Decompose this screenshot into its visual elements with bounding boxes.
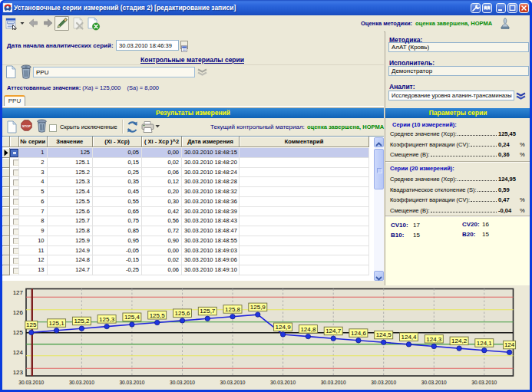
svg-text:30.03.2010: 30.03.2010 [170, 380, 195, 385]
svg-text:124,6: 124,6 [351, 330, 367, 337]
svg-text:124,1: 124,1 [477, 340, 493, 347]
svg-text:125,9: 125,9 [250, 304, 266, 311]
svg-text:30.03.2010: 30.03.2010 [270, 380, 296, 385]
svg-text:30.03.2010: 30.03.2010 [220, 380, 245, 385]
svg-text:124,9: 124,9 [276, 324, 292, 331]
svg-text:30.03.2010: 30.03.2010 [18, 380, 44, 385]
svg-text:125,8: 125,8 [225, 306, 241, 313]
svg-text:123: 123 [13, 369, 24, 376]
svg-text:30.03.2010: 30.03.2010 [471, 380, 497, 385]
svg-text:124,8: 124,8 [300, 326, 316, 333]
svg-text:126: 126 [13, 309, 24, 316]
svg-text:125,7: 125,7 [200, 308, 216, 315]
svg-text:30.03.2010: 30.03.2010 [321, 380, 346, 385]
svg-text:125,4: 125,4 [124, 314, 140, 321]
svg-text:125,5: 125,5 [150, 312, 166, 319]
svg-text:127: 127 [13, 289, 24, 296]
svg-text:125: 125 [13, 329, 24, 336]
svg-text:125,6: 125,6 [174, 310, 190, 317]
svg-text:30.03.2010: 30.03.2010 [371, 380, 396, 385]
svg-text:124: 124 [504, 341, 515, 348]
svg-text:30.03.2010: 30.03.2010 [421, 380, 447, 385]
svg-text:124: 124 [13, 349, 24, 356]
svg-text:125: 125 [26, 321, 37, 328]
svg-text:STOP: STOP [22, 124, 31, 128]
svg-text:124,3: 124,3 [426, 336, 442, 343]
svg-text:124,7: 124,7 [325, 328, 342, 334]
svg-text:124,4: 124,4 [401, 334, 417, 341]
svg-text:30.03.2010: 30.03.2010 [119, 380, 144, 385]
svg-text:125,1: 125,1 [49, 320, 65, 327]
svg-text:124,5: 124,5 [376, 331, 392, 338]
svg-text:124,2: 124,2 [451, 338, 468, 344]
svg-text:125,2: 125,2 [74, 318, 90, 324]
svg-text:30.03.2010: 30.03.2010 [69, 380, 94, 385]
svg-text:125,3: 125,3 [99, 316, 115, 323]
